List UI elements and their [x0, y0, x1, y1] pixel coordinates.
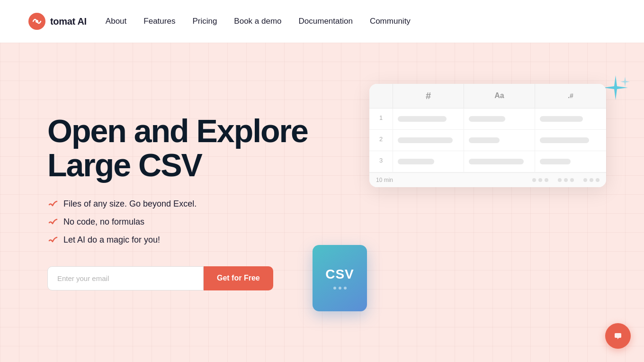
hero-section: Open and Explore Large CSV Files of any … — [0, 43, 644, 362]
feature-item-3: Let AI do a magic for you! — [47, 235, 341, 245]
nav-pricing[interactable]: Pricing — [192, 17, 217, 26]
checkmark-icon-3 — [47, 235, 58, 245]
cell-3-1 — [393, 151, 464, 172]
header-col-3: .# — [535, 84, 606, 108]
cell-3-3 — [535, 151, 606, 172]
cell-1-2 — [464, 109, 535, 129]
hero-content: Open and Explore Large CSV Files of any … — [47, 114, 341, 290]
sheet-row-2: 2 — [369, 130, 606, 151]
hero-illustration: # Aa .# 1 2 — [303, 70, 635, 335]
header-col-2: Aa — [464, 84, 535, 108]
cell-1-1 — [393, 109, 464, 129]
nav-about[interactable]: About — [106, 17, 126, 26]
cell-3-2 — [464, 151, 535, 172]
signup-form: Get for Free — [47, 266, 341, 290]
nav-documentation[interactable]: Documentation — [299, 17, 353, 26]
brand-name: tomat AI — [50, 16, 87, 27]
checkmark-icon-2 — [47, 217, 58, 227]
footer-dots — [532, 178, 599, 182]
chat-icon — [612, 330, 624, 342]
nav-features[interactable]: Features — [143, 17, 175, 26]
navbar: tomat AI About Features Pricing Book a d… — [0, 0, 644, 43]
get-for-free-button[interactable]: Get for Free — [204, 266, 273, 290]
header-row-num — [369, 84, 393, 108]
row-num-3: 3 — [369, 151, 393, 172]
email-input[interactable] — [47, 266, 204, 290]
nav-book-demo[interactable]: Book a demo — [234, 17, 281, 26]
cell-2-2 — [464, 130, 535, 151]
nav-community[interactable]: Community — [370, 17, 411, 26]
svg-point-1 — [36, 20, 38, 23]
cell-2-3 — [535, 130, 606, 151]
sheet-header: # Aa .# — [369, 84, 606, 109]
sheet-footer: 10 min — [369, 172, 606, 187]
sheet-row-1: 1 — [369, 109, 606, 130]
feature-item-2: No code, no formulas — [47, 217, 341, 227]
chat-bubble-button[interactable] — [605, 323, 631, 349]
feature-list: Files of any size. Go beyond Excel. No c… — [47, 199, 341, 245]
cell-1-3 — [535, 109, 606, 129]
spreadsheet-card: # Aa .# 1 2 — [369, 84, 606, 187]
row-num-1: 1 — [369, 109, 393, 129]
sheet-time: 10 min — [376, 177, 393, 183]
nav-links: About Features Pricing Book a demo Docum… — [106, 17, 411, 26]
hero-title: Open and Explore Large CSV — [47, 114, 341, 182]
row-num-2: 2 — [369, 130, 393, 151]
logo-icon — [28, 13, 45, 30]
logo-link[interactable]: tomat AI — [28, 13, 87, 30]
sheet-row-3: 3 — [369, 151, 606, 172]
cell-2-1 — [393, 130, 464, 151]
checkmark-icon-1 — [47, 199, 58, 209]
feature-item-1: Files of any size. Go beyond Excel. — [47, 199, 341, 209]
header-col-1: # — [393, 84, 464, 108]
